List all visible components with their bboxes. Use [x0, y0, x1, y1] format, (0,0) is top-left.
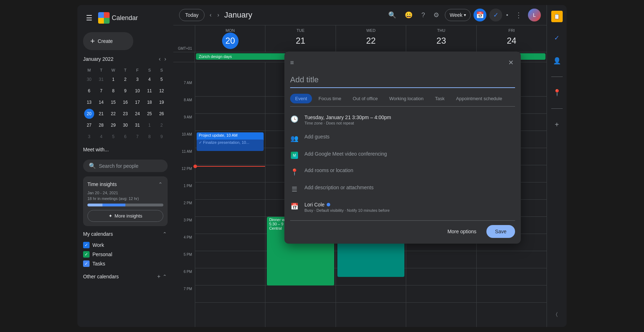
settings-button[interactable]: ⚙: [431, 8, 442, 22]
day-num-thu[interactable]: 23: [433, 33, 450, 49]
mini-cal-day[interactable]: 5: [155, 74, 168, 85]
hamburger-button[interactable]: ☰: [83, 11, 95, 25]
mini-cal-day[interactable]: 27: [83, 119, 95, 131]
mini-cal-day[interactable]: 18: [144, 97, 156, 108]
apps-button[interactable]: ⋮: [512, 8, 525, 22]
mini-cal-day[interactable]: 1: [144, 119, 156, 131]
mini-cal-day[interactable]: 10: [131, 85, 144, 97]
tab-appointment-schedule[interactable]: Appointment schedule: [451, 94, 507, 103]
sidebar-expand-icon[interactable]: 〈: [550, 307, 564, 321]
calendar-checkbox-work[interactable]: ✓: [83, 242, 90, 248]
mini-cal-day[interactable]: 4: [95, 131, 107, 142]
mini-cal-day[interactable]: 9: [119, 85, 131, 97]
more-options-button[interactable]: More options: [442, 226, 482, 237]
day-num-tue[interactable]: 21: [292, 33, 309, 49]
modal-close-button[interactable]: ✕: [507, 57, 515, 68]
mini-cal-day[interactable]: 3: [83, 131, 95, 142]
mini-cal-day[interactable]: 12: [155, 85, 168, 97]
user-avatar[interactable]: L: [528, 9, 541, 21]
day-num-fri[interactable]: 24: [503, 33, 520, 49]
mini-cal-day[interactable]: 4: [144, 74, 156, 85]
mini-cal-day[interactable]: 16: [119, 97, 131, 108]
mini-cal-day[interactable]: 26: [155, 108, 168, 119]
mini-cal-day[interactable]: 11: [144, 85, 156, 97]
mini-cal-day[interactable]: 19: [155, 97, 168, 108]
description-field[interactable]: ☰ Add description or attachments: [290, 182, 515, 195]
mini-cal-day[interactable]: 6: [119, 131, 131, 142]
next-button[interactable]: ›: [215, 10, 221, 20]
guests-field[interactable]: 👥 Add guests: [290, 132, 515, 145]
save-button[interactable]: Save: [486, 225, 515, 238]
mini-cal-day[interactable]: 6: [83, 85, 95, 97]
mini-cal-day[interactable]: 25: [144, 108, 156, 119]
today-button[interactable]: Today: [179, 9, 205, 21]
prev-button[interactable]: ‹: [207, 10, 213, 20]
sidebar-contact-icon[interactable]: 👤: [550, 54, 564, 68]
calendar-checkbox-tasks[interactable]: ✓: [83, 260, 90, 267]
day-column-mon[interactable]: Project update, 10 AM ✓ Finalize present…: [195, 62, 265, 327]
tab-working-location[interactable]: Working location: [384, 94, 429, 103]
mini-cal-day[interactable]: 7: [95, 85, 107, 97]
mini-cal-day[interactable]: 21: [95, 108, 107, 119]
mini-cal-day[interactable]: 31: [95, 74, 107, 85]
search-button[interactable]: 🔍: [385, 8, 399, 22]
sidebar-check-icon[interactable]: ✓: [550, 31, 564, 45]
mini-cal-day[interactable]: 7: [131, 131, 144, 142]
create-button[interactable]: + Create: [83, 32, 133, 50]
meet-field[interactable]: M Add Google Meet video conferencing: [290, 149, 515, 161]
day-num-wed[interactable]: 22: [362, 33, 379, 49]
calendar-checkbox-personal[interactable]: ✓: [83, 251, 90, 258]
mini-cal-day[interactable]: 24: [131, 108, 144, 119]
sidebar-add-icon[interactable]: +: [550, 117, 564, 132]
other-calendars-collapse-button[interactable]: ⌃: [162, 273, 168, 280]
mini-cal-day[interactable]: 28: [95, 119, 107, 131]
other-calendars-add-button[interactable]: +: [157, 273, 161, 280]
tab-event[interactable]: Event: [290, 94, 312, 103]
search-people-input[interactable]: [99, 163, 162, 169]
search-people-container[interactable]: 🔍: [83, 160, 168, 172]
day-num-mon[interactable]: 20: [222, 33, 239, 49]
calendar-view-button[interactable]: 📅: [474, 9, 486, 21]
mini-cal-day[interactable]: 31: [131, 119, 144, 131]
mini-cal-day[interactable]: 8: [144, 131, 156, 142]
calendar-item-tasks[interactable]: ✓ Tasks: [83, 259, 168, 268]
tab-out-of-office[interactable]: Out of office: [348, 94, 383, 103]
mini-cal-next[interactable]: ›: [163, 54, 168, 64]
tab-task[interactable]: Task: [430, 94, 450, 103]
mini-cal-day[interactable]: 30: [83, 74, 95, 85]
tab-focus-time[interactable]: Focus time: [313, 94, 346, 103]
location-field[interactable]: 📍 Add rooms or location: [290, 165, 515, 178]
mini-cal-day[interactable]: 29: [107, 119, 119, 131]
mini-cal-day-today[interactable]: 20: [83, 108, 95, 119]
mini-cal-day[interactable]: 2: [155, 119, 168, 131]
sidebar-note-icon[interactable]: 📋: [551, 11, 563, 22]
tasks-view-button[interactable]: ✓: [489, 9, 502, 21]
mini-cal-day[interactable]: 5: [107, 131, 119, 142]
calendar-field[interactable]: 📅 Lori Cole Busy · Default visibility · …: [290, 200, 515, 215]
mini-cal-day[interactable]: 14: [95, 97, 107, 108]
mini-cal-day[interactable]: 17: [131, 97, 144, 108]
my-calendars-collapse-button[interactable]: ⌃: [162, 230, 168, 238]
calendar-item-work[interactable]: ✓ Work: [83, 240, 168, 250]
mini-cal-day[interactable]: 8: [107, 85, 119, 97]
mini-cal-day[interactable]: 22: [107, 108, 119, 119]
insights-collapse-button[interactable]: ⌃: [158, 181, 163, 188]
event-finalize-presentation[interactable]: ✓ Finalize presentation, 10...: [197, 140, 264, 151]
mini-cal-day[interactable]: 3: [131, 74, 144, 85]
mini-cal-day[interactable]: 15: [107, 97, 119, 108]
more-insights-button[interactable]: ✦ More insights: [87, 210, 163, 222]
mini-cal-day[interactable]: 9: [155, 131, 168, 142]
calendar-item-personal[interactable]: ✓ Personal: [83, 250, 168, 259]
view-selector[interactable]: Week ▾: [445, 9, 471, 21]
datetime-content[interactable]: Tuesday, January 21 3:30pm – 4:00pm Time…: [304, 114, 515, 125]
mini-cal-day[interactable]: 2: [119, 74, 131, 85]
mini-cal-day[interactable]: 1: [107, 74, 119, 85]
help-button[interactable]: ?: [418, 9, 428, 22]
mini-cal-prev[interactable]: ‹: [157, 54, 162, 64]
mini-cal-day[interactable]: 23: [119, 108, 131, 119]
sidebar-maps-icon[interactable]: 📍: [550, 86, 564, 100]
mini-cal-day[interactable]: 30: [119, 119, 131, 131]
emoji-button[interactable]: 😀: [402, 8, 415, 22]
event-title-input[interactable]: [290, 72, 515, 88]
mini-cal-day[interactable]: 13: [83, 97, 95, 108]
